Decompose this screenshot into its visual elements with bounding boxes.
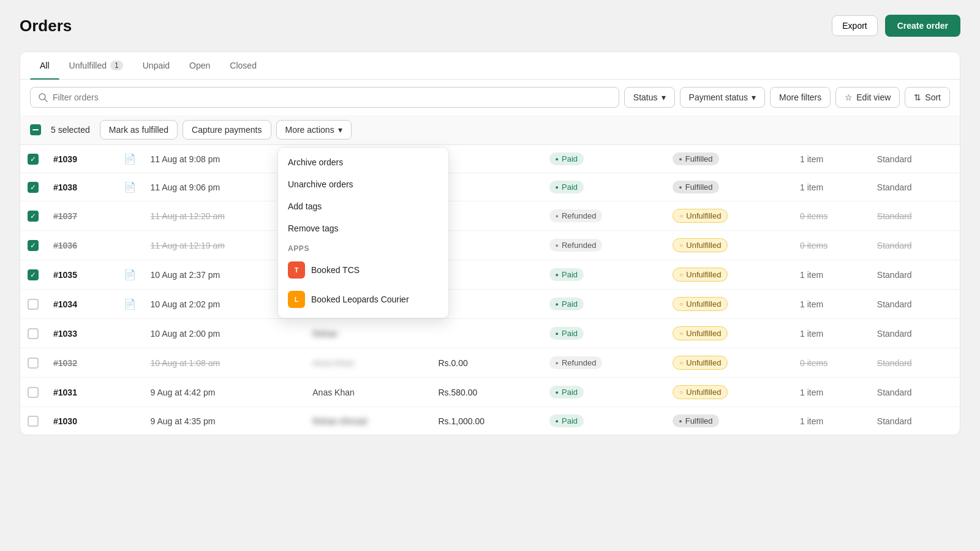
tab-all[interactable]: All [30, 52, 59, 79]
order-delivery: Standard [877, 241, 912, 250]
tab-unpaid[interactable]: Unpaid [133, 52, 179, 79]
search-input[interactable] [53, 92, 611, 102]
row-checkbox[interactable] [28, 358, 39, 369]
note-icon: 📄 [124, 182, 136, 192]
row-checkbox[interactable]: ✓ [28, 211, 39, 222]
dropdown-item-remove-tags[interactable]: Remove tags [278, 217, 448, 239]
sort-icon: ⇅ [914, 92, 921, 102]
unfulfilled-badge: 1 [110, 61, 123, 70]
order-items: 1 item [800, 329, 823, 339]
row-checkbox[interactable] [28, 387, 39, 398]
payment-status-filter-button[interactable]: Payment status ▾ [680, 87, 766, 108]
note-icon: 📄 [124, 154, 136, 164]
order-amount: Rs.0.00 [438, 358, 467, 368]
payment-status-badge: Paid [549, 298, 584, 310]
fulfillment-status-badge: Fulfilled [673, 152, 718, 165]
order-date: 11 Aug at 9:08 pm [151, 154, 221, 164]
table-row: ✓#1039📄11 Aug at 9:08 pmUsamaPaidFulfill… [20, 145, 960, 173]
note-icon: 📄 [124, 299, 136, 309]
row-checkbox[interactable] [28, 416, 39, 427]
capture-payments-button[interactable]: Capture payments [183, 120, 271, 140]
edit-view-button[interactable]: ☆ Edit view [835, 87, 900, 108]
order-date: 10 Aug at 1:08 am [151, 358, 221, 368]
table-row: ✓#103611 Aug at 12:19 amRehanRefundedUnf… [20, 231, 960, 260]
status-filter-button[interactable]: Status ▾ [624, 87, 675, 108]
payment-status-badge: Paid [549, 386, 584, 399]
table-row: #103210 Aug at 1:08 amAnas KhanRs.0.00Re… [20, 348, 960, 378]
order-delivery: Standard [877, 299, 912, 309]
tab-open[interactable]: Open [179, 52, 220, 79]
mark-fulfilled-button[interactable]: Mark as fulfilled [100, 120, 178, 140]
order-date: 9 Aug at 4:35 pm [151, 416, 216, 426]
orders-table-wrap: ✓#1039📄11 Aug at 9:08 pmUsamaPaidFulfill… [20, 145, 960, 435]
dropdown-item-add-tags[interactable]: Add tags [278, 195, 448, 217]
order-date: 10 Aug at 2:02 pm [151, 299, 221, 309]
chevron-down-icon: ▾ [752, 92, 756, 102]
order-date: 10 Aug at 2:37 pm [151, 270, 221, 280]
order-items: 1 item [800, 416, 823, 426]
row-checkbox[interactable]: ✓ [28, 154, 39, 165]
dropdown-item-leopards[interactable]: L Booked Leopards Courier [278, 285, 448, 314]
order-items: 1 item [800, 388, 823, 397]
bulk-action-bar: 5 selected Mark as fulfilled Capture pay… [20, 115, 960, 145]
orders-card: All Unfulfilled 1 Unpaid Open Closed Sta… [20, 51, 960, 435]
chevron-down-icon: ▾ [662, 92, 666, 102]
row-checkbox[interactable]: ✓ [28, 240, 39, 251]
sort-button[interactable]: ⇅ Sort [905, 87, 950, 108]
svg-line-1 [45, 99, 47, 102]
export-button[interactable]: Export [832, 15, 877, 36]
selected-count: 5 selected [51, 125, 90, 135]
payment-status-badge: Paid [549, 327, 584, 340]
order-date: 11 Aug at 12:20 am [151, 211, 225, 221]
order-date: 11 Aug at 9:06 pm [151, 182, 221, 192]
order-items: 0 items [800, 211, 827, 221]
payment-status-badge: Paid [549, 414, 584, 427]
order-delivery: Standard [877, 154, 912, 164]
fulfillment-status-badge: Unfulfilled [673, 326, 728, 340]
payment-status-badge: Refunded [549, 239, 603, 252]
leopards-app-icon: L [288, 291, 305, 308]
order-number: #1035 [53, 270, 77, 280]
fulfillment-status-badge: Unfulfilled [673, 209, 728, 223]
order-items: 1 item [800, 154, 823, 164]
payment-status-badge: Paid [549, 181, 584, 193]
order-delivery: Standard [877, 358, 912, 368]
table-row: ✓#103711 Aug at 12:20 amRehanRefundedUnf… [20, 201, 960, 231]
customer-name: Rehan [312, 329, 337, 339]
more-actions-button[interactable]: More actions ▾ [276, 120, 352, 140]
order-number: #1037 [53, 211, 77, 221]
customer-name: Anas Khan [312, 388, 355, 397]
order-delivery: Standard [877, 211, 912, 221]
payment-status-badge: Paid [549, 268, 584, 281]
order-date: 9 Aug at 4:42 pm [151, 388, 216, 397]
payment-status-badge: Paid [549, 152, 584, 165]
create-order-button[interactable]: Create order [885, 15, 960, 37]
order-items: 0 items [800, 241, 827, 250]
order-delivery: Standard [877, 270, 912, 280]
select-all-checkbox[interactable] [30, 124, 41, 135]
row-checkbox[interactable]: ✓ [28, 182, 39, 193]
row-checkbox[interactable] [28, 328, 39, 339]
order-number: #1033 [53, 329, 77, 339]
page-title: Orders [20, 17, 72, 36]
dropdown-item-tcs[interactable]: T Booked TCS [278, 255, 448, 285]
order-date: 11 Aug at 12:19 am [151, 241, 225, 250]
search-box[interactable] [30, 87, 619, 108]
dropdown-item-archive[interactable]: Archive orders [278, 151, 448, 173]
dropdown-item-unarchive[interactable]: Unarchive orders [278, 173, 448, 195]
payment-status-badge: Refunded [549, 209, 603, 222]
fulfillment-status-badge: Fulfilled [673, 414, 718, 427]
tab-unfulfilled[interactable]: Unfulfilled 1 [59, 52, 133, 79]
row-checkbox[interactable]: ✓ [28, 269, 39, 280]
more-filters-button[interactable]: More filters [770, 87, 831, 108]
table-row: ✓#1038📄11 Aug at 9:06 pmRehanPaidFulfill… [20, 173, 960, 201]
order-number: #1036 [53, 241, 77, 250]
row-checkbox[interactable] [28, 299, 39, 310]
fulfillment-status-badge: Fulfilled [673, 181, 718, 193]
tab-closed[interactable]: Closed [220, 52, 266, 79]
toolbar: Status ▾ Payment status ▾ More filters ☆… [20, 80, 960, 115]
chevron-down-icon: ▾ [338, 125, 342, 135]
header-actions: Export Create order [832, 15, 960, 37]
customer-name: Rehan Ahmad [312, 416, 367, 426]
fulfillment-status-badge: Unfulfilled [673, 268, 728, 282]
